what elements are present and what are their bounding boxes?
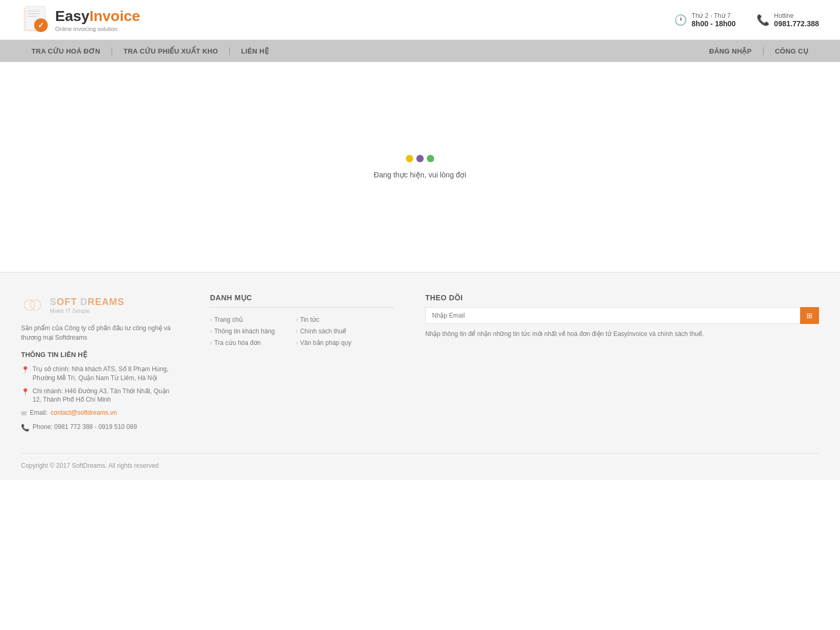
- footer-links: Trang chủ Thông tin khách hàng Tra cứu h…: [210, 316, 394, 346]
- footer-email-row: ⊞: [425, 307, 819, 324]
- footer-divider: [210, 307, 394, 308]
- footer-brand-sub: Make IT Simple: [50, 308, 124, 314]
- svg-text:✓: ✓: [38, 21, 44, 29]
- footer-col-theo-doi: THEO DÕI ⊞ Nhập thông tin để nhận những …: [425, 293, 819, 437]
- footer-theo-doi-title: THEO DÕI: [425, 293, 819, 302]
- location-icon-1: 📍: [21, 365, 29, 375]
- footer-logo-icon: [21, 293, 45, 317]
- footer-col-danh-muc: DANH MỤC Trang chủ Thông tin khách hàng …: [210, 293, 394, 437]
- hotline-text: Hotline 0981.772.388: [774, 12, 819, 28]
- footer-brand-name: SOFT DREAMS: [50, 297, 124, 308]
- nav-right: ĐĂNG NHẬP | CÔNG CỤ: [699, 40, 819, 62]
- rss-icon: ⊞: [806, 311, 813, 320]
- footer-email-input[interactable]: [425, 307, 800, 324]
- svg-rect-4: [27, 16, 37, 17]
- footer-link-tin-tuc[interactable]: Tin tức: [296, 316, 351, 323]
- svg-rect-3: [27, 13, 40, 14]
- nav-item-tra-cuu-phieu-xuat-kho[interactable]: TRA CỨU PHIẾU XUẤT KHO: [113, 40, 228, 62]
- footer-link-trang-chu[interactable]: Trang chủ: [210, 316, 275, 323]
- footer-contact-title: THÔNG TIN LIÊN HỆ: [21, 351, 178, 359]
- hotline-value: 0981.772.388: [774, 19, 819, 28]
- footer-email-submit-button[interactable]: ⊞: [800, 307, 819, 324]
- logo-icon: ✓: [21, 5, 50, 34]
- footer-danh-muc-title: DANH MỤC: [210, 293, 394, 302]
- footer-contact-address-branch: 📍 Chi nhánh: H46 Đường A3, Tân Thới Nhất…: [21, 387, 178, 405]
- loading-dots: [406, 155, 434, 162]
- footer-links-col-1: Trang chủ Thông tin khách hàng Tra cứu h…: [210, 316, 275, 346]
- dot-purple: [416, 155, 424, 162]
- nav-item-lien-he[interactable]: LIÊN HỆ: [230, 40, 279, 62]
- footer-logo-area: SOFT DREAMS Make IT Simple: [21, 293, 178, 317]
- nav-item-tra-cuu-hoa-don[interactable]: TRA CỨU HOÁ ĐƠN: [21, 40, 111, 62]
- footer-link-van-ban-phap-quy[interactable]: Văn bản pháp quy: [296, 339, 351, 346]
- main-content: Đang thực hiện, vui lòng đợi: [0, 62, 840, 272]
- nav-item-dang-nhap[interactable]: ĐĂNG NHẬP: [699, 40, 762, 62]
- header: ✓ EasyInvoice Online invoicing solution …: [0, 0, 840, 40]
- footer-email-label: Email:: [30, 408, 47, 417]
- footer-top: SOFT DREAMS Make IT Simple Sản phẩm của …: [21, 293, 819, 437]
- dot-green: [427, 155, 434, 162]
- footer-copyright: Copyright © 2017 SoftDreams. All rights …: [21, 462, 159, 469]
- svg-point-8: [30, 300, 41, 310]
- hotline-label: Hotline: [774, 12, 819, 19]
- nav-item-cong-cu[interactable]: CÔNG CỤ: [764, 40, 819, 62]
- footer-address-branch-text: Chi nhánh: H46 Đường A3, Tân Thới Nhất, …: [33, 387, 178, 405]
- svg-rect-2: [27, 10, 40, 12]
- footer-link-chinh-sach-thue[interactable]: Chính sách thuế: [296, 328, 351, 335]
- footer-links-col-2: Tin tức Chính sách thuế Văn bản pháp quy: [296, 316, 351, 346]
- svg-point-7: [24, 300, 35, 310]
- schedule-text: Thứ 2 - Thứ 7 8h00 - 18h00: [691, 12, 736, 28]
- footer-contact-address-main: 📍 Trụ sở chính: Nhà khách ATS, Số 8 Phạm…: [21, 365, 178, 383]
- header-hotline: 📞 Hotline 0981.772.388: [757, 12, 819, 28]
- phone-icon: 📞: [757, 14, 770, 26]
- clock-icon: 🕐: [674, 14, 687, 26]
- footer-link-tra-cuu-hoa-don[interactable]: Tra cứu hóa đơn: [210, 339, 275, 346]
- loading-text: Đang thực hiện, vui lòng đợi: [374, 171, 466, 179]
- location-icon-2: 📍: [21, 387, 29, 397]
- navigation: TRA CỨU HOÁ ĐƠN | TRA CỨU PHIẾU XUẤT KHO…: [0, 40, 840, 62]
- logo-invoice: Invoice: [89, 8, 140, 24]
- logo-easy: Easy: [55, 8, 89, 24]
- header-right: 🕐 Thứ 2 - Thứ 7 8h00 - 18h00 📞 Hotline 0…: [674, 12, 819, 28]
- footer-link-thong-tin-khach-hang[interactable]: Thông tin khách hàng: [210, 328, 275, 335]
- footer-desc: Sản phẩm của Công ty cổ phần đầu tư công…: [21, 323, 178, 342]
- header-schedule: 🕐 Thứ 2 - Thứ 7 8h00 - 18h00: [674, 12, 736, 28]
- footer-contact-phone: 📞 Phone: 0981 772 388 - 0919 510 089: [21, 423, 178, 433]
- footer-bottom: Copyright © 2017 SoftDreams. All rights …: [21, 453, 819, 469]
- footer-phone-text: Phone: 0981 772 388 - 0919 510 089: [33, 423, 137, 432]
- footer-col-brand: SOFT DREAMS Make IT Simple Sản phẩm của …: [21, 293, 178, 437]
- logo-title: EasyInvoice: [55, 8, 140, 25]
- schedule-label: Thứ 2 - Thứ 7: [691, 12, 736, 19]
- footer-email-link[interactable]: contact@softdreams.vn: [50, 408, 117, 417]
- logo-area: ✓ EasyInvoice Online invoicing solution: [21, 5, 140, 34]
- dot-yellow: [406, 155, 413, 162]
- footer: SOFT DREAMS Make IT Simple Sản phẩm của …: [0, 272, 840, 480]
- nav-left: TRA CỨU HOÁ ĐƠN | TRA CỨU PHIẾU XUẤT KHO…: [21, 40, 699, 62]
- logo-subtitle: Online invoicing solution: [55, 26, 140, 32]
- footer-brand-text-area: SOFT DREAMS Make IT Simple: [50, 297, 124, 314]
- logo-text-area: EasyInvoice Online invoicing solution: [55, 8, 140, 32]
- phone-footer-icon: 📞: [21, 423, 29, 433]
- email-icon: ✉: [21, 409, 27, 418]
- footer-contact-email: ✉ Email: contact@softdreams.vn: [21, 408, 178, 418]
- footer-email-desc: Nhập thông tin để nhận những tin tức mới…: [425, 329, 819, 339]
- schedule-value: 8h00 - 18h00: [691, 19, 736, 28]
- footer-address-main-text: Trụ sở chính: Nhà khách ATS, Số 8 Phạm H…: [33, 365, 178, 383]
